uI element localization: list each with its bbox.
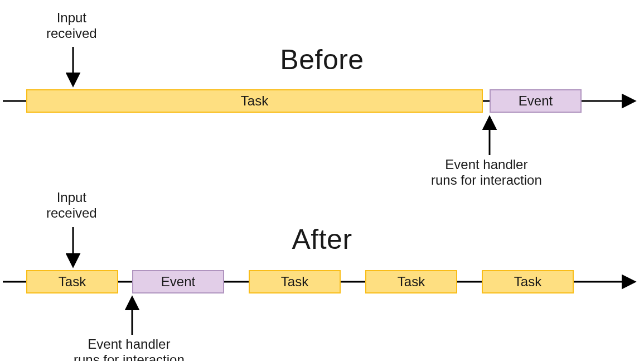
before-task-label: Task (241, 93, 268, 109)
before-event-label: Event (519, 93, 553, 109)
before-heading: Before (0, 44, 644, 76)
after-task-box-1: Task (26, 270, 118, 293)
after-input-received-label: Input received (46, 190, 97, 220)
after-task-box-4: Task (482, 270, 574, 293)
after-event-box: Event (132, 270, 224, 293)
after-task-4-label: Task (514, 274, 541, 290)
before-handler-caption: Event handler runs for interaction (431, 157, 542, 187)
before-event-box: Event (490, 89, 582, 113)
after-heading: After (0, 223, 644, 256)
diagram-stage: Before Input received Task Event Event h… (0, 0, 644, 361)
after-handler-caption: Event handler runs for interaction (74, 336, 185, 361)
after-task-1-label: Task (59, 274, 86, 290)
after-task-box-2: Task (249, 270, 341, 293)
after-task-3-label: Task (398, 274, 425, 290)
after-event-label: Event (161, 274, 195, 290)
after-task-2-label: Task (281, 274, 308, 290)
before-task-box: Task (26, 89, 483, 113)
before-input-received-label: Input received (46, 10, 97, 41)
after-task-box-3: Task (365, 270, 457, 293)
